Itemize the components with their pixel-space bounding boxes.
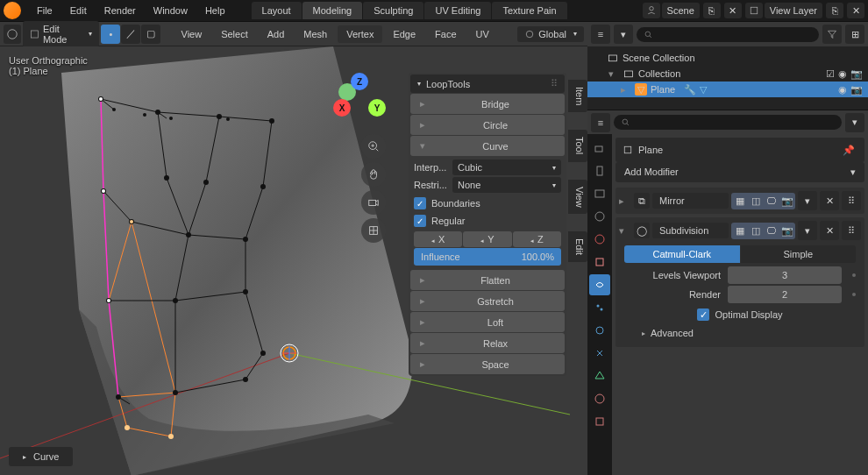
lock-x-button[interactable]: X [414,231,462,247]
new-collection-icon[interactable]: ⊞ [845,25,864,44]
viewlayer-props-tab-icon[interactable] [589,183,610,204]
new-scene-icon[interactable]: ⎘ [703,3,721,18]
world-props-tab-icon[interactable] [589,229,610,250]
add-modifier-dropdown[interactable]: Add Modifier [615,162,864,182]
pan-icon[interactable] [361,162,386,187]
sidebar-tab-tool[interactable]: Tool [568,130,587,161]
constraint-props-tab-icon[interactable] [589,343,610,364]
tab-modeling[interactable]: Modeling [302,2,363,19]
mode-dropdown[interactable]: Edit Mode [23,21,99,47]
tree-collection[interactable]: ▾ Collection ☑◉📷 [587,66,868,82]
influence-slider[interactable]: Influence100.0% [414,248,561,266]
flatten-button[interactable]: Flatten [410,270,565,290]
axis-y-icon[interactable]: Y [368,99,386,117]
sidebar-tab-edit[interactable]: Edit [568,231,587,262]
gstretch-button[interactable]: Gstretch [410,291,565,311]
subsurf-expand-icon[interactable]: ▾ [619,225,631,237]
face-select-mode-icon[interactable]: ▢ [141,25,160,44]
subsurf-name-field[interactable]: Subdivision [652,223,729,238]
viewport-display-icon[interactable]: 🖵 [764,194,779,209]
looptools-header[interactable]: LoopTools⠿ [410,74,565,93]
mirror-expand-icon[interactable]: ▸ [619,195,631,207]
animate-dot-icon[interactable] [852,293,856,296]
particle-props-tab-icon[interactable] [589,297,610,318]
navigation-gizmo[interactable]: Z Y X [333,73,386,125]
props-options-icon[interactable]: ▾ [845,113,864,132]
tab-uv-editing[interactable]: UV Editing [424,2,491,19]
optimal-display-checkbox[interactable]: ✓Optimal Display [624,305,856,324]
mirror-extras-icon[interactable]: ▾ [798,191,817,210]
camera-view-icon[interactable] [361,190,386,215]
eye-icon[interactable]: ◉ [838,84,847,96]
mirror-name-field[interactable]: Mirror [652,193,729,209]
modifier-props-tab-icon[interactable] [589,274,610,295]
tab-texture-paint[interactable]: Texture Pain [492,2,566,19]
edit-menu[interactable]: Edit [61,2,96,19]
viewlayer-browse-icon[interactable] [745,3,763,18]
mirror-delete-icon[interactable]: ✕ [820,191,839,210]
interpolation-dropdown[interactable]: Cubic [452,160,561,175]
tree-plane-object[interactable]: ▸ ▽ Plane 🔧 ▽ ◉📷 [587,82,868,97]
props-search[interactable] [614,115,842,130]
last-operator-panel[interactable]: Curve [9,447,73,466]
advanced-subpanel[interactable]: Advanced [624,324,856,342]
editor-type-icon[interactable] [4,25,21,44]
perspective-toggle-icon[interactable] [361,218,386,243]
file-menu[interactable]: File [28,2,61,19]
edge-select-mode-icon[interactable]: ／ [121,25,140,44]
scene-props-tab-icon[interactable] [589,206,610,227]
camera-icon[interactable]: 📷 [850,68,863,80]
animate-dot-icon[interactable] [852,273,856,277]
vertex-menu[interactable]: Vertex [338,25,382,43]
uv-menu[interactable]: UV [467,25,498,43]
orientation-dropdown[interactable]: Global [517,26,584,42]
render-props-tab-icon[interactable] [589,138,610,159]
output-props-tab-icon[interactable] [589,160,610,181]
vertex-select-mode-icon[interactable]: • [101,25,120,44]
outliner-display-mode-icon[interactable]: ▾ [614,25,633,44]
select-menu[interactable]: Select [212,25,257,43]
sidebar-tab-item[interactable]: Item [568,80,587,112]
curve-button[interactable]: Curve [410,136,565,156]
delete-viewlayer-icon[interactable]: ✕ [847,3,864,18]
subsurf-delete-icon[interactable]: ✕ [820,221,839,240]
mesh-menu[interactable]: Mesh [295,25,336,43]
render-display-icon[interactable]: 📷 [779,194,794,209]
relax-button[interactable]: Relax [410,333,565,353]
subsurf-drag-icon[interactable]: ⠿ [842,221,861,240]
space-button[interactable]: Space [410,354,565,374]
tree-scene-collection[interactable]: Scene Collection [587,50,868,66]
loft-button[interactable]: Loft [410,312,565,332]
new-viewlayer-icon[interactable]: ⎘ [826,3,843,18]
exclude-checkbox-icon[interactable]: ☑ [826,68,835,80]
eye-icon[interactable]: ◉ [838,68,847,80]
axis-x-icon[interactable]: X [333,99,351,117]
tab-sculpting[interactable]: Sculpting [363,2,423,19]
tab-layout[interactable]: Layout [252,2,302,19]
texture-props-tab-icon[interactable] [589,411,610,432]
render-display-icon[interactable]: 📷 [779,223,794,238]
3d-viewport[interactable]: User Orthographic (1) Plane Z Y X Item T… [0,46,587,475]
pin-icon[interactable]: 📌 [840,141,857,159]
lock-y-button[interactable]: Y [463,231,511,247]
zoom-icon[interactable] [361,134,386,159]
physics-props-tab-icon[interactable] [589,320,610,341]
view-menu[interactable]: View [173,25,211,43]
mirror-drag-icon[interactable]: ⠿ [842,191,861,210]
bridge-button[interactable]: Bridge [410,94,565,114]
add-menu[interactable]: Add [259,25,294,43]
object-name-breadcrumb[interactable]: Plane 📌 [615,138,864,162]
lock-z-button[interactable]: Z [513,231,561,247]
simple-button[interactable]: Simple [741,245,857,263]
outliner-search[interactable] [637,27,819,42]
delete-scene-icon[interactable]: ✕ [724,3,742,18]
editmode-display-icon[interactable]: ▦ [732,223,747,238]
camera-icon[interactable]: 📷 [850,84,863,96]
props-editor-type-icon[interactable]: ≡ [591,113,610,132]
scene-browse-icon[interactable] [643,3,660,18]
regular-checkbox[interactable]: ✓Regular [414,212,561,230]
object-props-tab-icon[interactable] [589,252,610,273]
scene-name-field[interactable]: Scene [662,3,700,18]
help-menu[interactable]: Help [196,2,234,19]
cage-display-icon[interactable]: ◫ [748,223,763,238]
